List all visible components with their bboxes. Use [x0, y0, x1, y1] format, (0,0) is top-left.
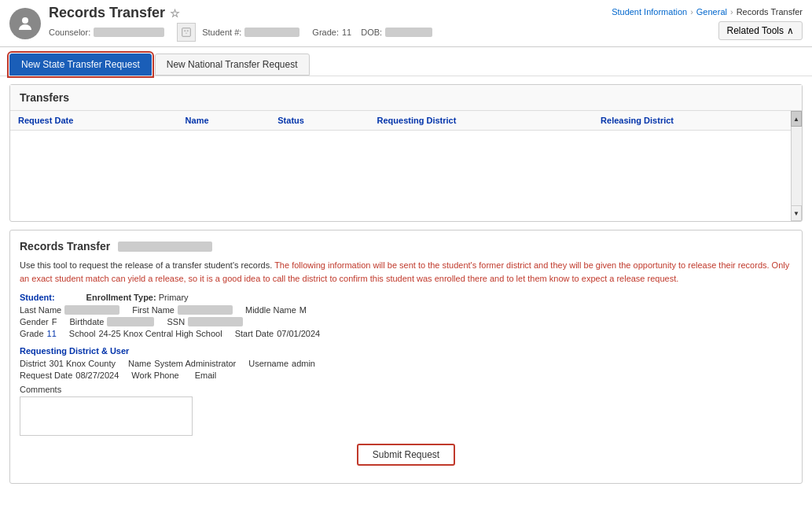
- student-row-3: Grade 11 School 24-25 Knox Central High …: [20, 329, 792, 338]
- scroll-thumb-down[interactable]: ▼: [791, 205, 802, 221]
- header-right: Student Information › General › Records …: [612, 7, 803, 40]
- student-section-header: Student: Enrollment Type: Primary: [20, 293, 792, 302]
- enrollment-type-label: Enrollment Type:: [86, 293, 156, 302]
- work-phone-field: Work Phone: [131, 371, 182, 380]
- col-request-date: Request Date: [10, 111, 178, 131]
- district-row-1: District 301 Knox County Name System Adm…: [20, 359, 792, 368]
- counselor-field: Counselor:: [49, 23, 164, 42]
- email-field: Email: [195, 371, 220, 380]
- middle-name-value: M: [299, 305, 307, 315]
- first-name-value: [178, 305, 233, 315]
- transfers-table-container: Request Date Name Status Requesting Dist…: [10, 111, 802, 221]
- grade-student-field: Grade 11: [20, 329, 57, 338]
- tab-bar: New State Transfer Request New National …: [0, 47, 812, 76]
- request-date-value: 08/27/2024: [75, 371, 119, 380]
- work-phone-label: Work Phone: [131, 371, 178, 380]
- star-icon[interactable]: ☆: [170, 7, 180, 20]
- student-section: Student: Enrollment Type: Primary Last N…: [20, 293, 792, 338]
- birthdate-label: Birthdate: [69, 317, 104, 326]
- breadcrumb-sep-1: ›: [690, 7, 693, 17]
- email-label: Email: [195, 371, 217, 380]
- dob-value: [385, 28, 432, 37]
- school-field: School 24-25 Knox Central High School: [69, 329, 222, 338]
- submit-request-button[interactable]: Submit Request: [357, 444, 455, 466]
- grade-label: Grade:: [312, 28, 339, 37]
- col-releasing-district: Releasing District: [593, 111, 802, 131]
- start-date-value: 07/01/2024: [277, 329, 320, 338]
- svg-rect-1: [182, 28, 191, 37]
- gender-label: Gender: [20, 317, 49, 326]
- col-name: Name: [178, 111, 270, 131]
- birthdate-value: [107, 317, 154, 326]
- breadcrumb: Student Information › General › Records …: [612, 7, 803, 17]
- gender-field: Gender F: [20, 317, 57, 326]
- transfers-panel: Transfers Request Date Name Status Reque…: [9, 84, 803, 222]
- student-photo: [177, 23, 196, 42]
- related-tools-button[interactable]: Related Tools ∧: [718, 21, 803, 40]
- request-date-label: Request Date: [20, 371, 72, 380]
- school-label: School: [69, 329, 96, 338]
- last-name-field: Last Name: [20, 305, 119, 315]
- description-text: Use this tool to request the release of …: [20, 259, 792, 285]
- scroll-thumb-up[interactable]: ▲: [791, 111, 802, 127]
- district-label: District: [20, 359, 46, 368]
- grade-student-value: 11: [47, 329, 57, 338]
- col-requesting-district: Requesting District: [369, 111, 593, 131]
- start-date-field: Start Date 07/01/2024: [235, 329, 321, 338]
- name-label: Name: [128, 359, 151, 368]
- student-number-value: [244, 28, 299, 37]
- tab-state-transfer[interactable]: New State Transfer Request: [9, 53, 152, 76]
- scroll-bar[interactable]: ▲ ▼: [791, 111, 802, 221]
- tab-national-transfer[interactable]: New National Transfer Request: [155, 53, 310, 76]
- breadcrumb-sep-2: ›: [730, 7, 733, 17]
- records-title-text: Records Transfer: [20, 240, 110, 253]
- grade-field: Grade: 11 DOB:: [312, 23, 432, 42]
- student-photo-item: Student #:: [177, 23, 299, 42]
- submit-section: Submit Request: [20, 444, 792, 466]
- enrollment-type-value: Primary: [159, 293, 189, 302]
- table-header-row: Request Date Name Status Requesting Dist…: [10, 111, 802, 131]
- district-section: Requesting District & User District 301 …: [20, 346, 792, 436]
- first-name-field: First Name: [132, 305, 233, 315]
- breadcrumb-general[interactable]: General: [696, 7, 727, 17]
- comments-textarea[interactable]: [20, 396, 193, 436]
- transfers-panel-header: Transfers: [10, 85, 802, 111]
- grade-student-label: Grade: [20, 329, 44, 338]
- records-panel-title: Records Transfer: [20, 240, 792, 253]
- breadcrumb-student-info[interactable]: Student Information: [612, 7, 687, 17]
- comments-section: Comments: [20, 385, 792, 436]
- title-text: Records Transfer: [49, 5, 165, 21]
- student-row-1: Last Name First Name Middle Name M: [20, 305, 792, 315]
- transfers-scroll-area[interactable]: Request Date Name Status Requesting Dist…: [10, 111, 802, 221]
- ssn-value: [188, 317, 243, 326]
- breadcrumb-current: Records Transfer: [737, 7, 803, 17]
- username-value: admin: [292, 359, 315, 368]
- gender-value: F: [52, 317, 57, 326]
- district-value: 301 Knox County: [50, 359, 116, 368]
- school-value: 24-25 Knox Central High School: [98, 329, 222, 338]
- student-row-2: Gender F Birthdate SSN: [20, 317, 792, 326]
- student-label: Student #:: [202, 28, 241, 37]
- username-field: Username admin: [248, 359, 315, 368]
- desc-part1: Use this tool to request the release of …: [20, 260, 272, 270]
- student-section-label: Student:: [20, 293, 55, 302]
- counselor-label: Counselor:: [49, 28, 90, 37]
- request-date-field: Request Date 08/27/2024: [20, 371, 119, 380]
- username-label: Username: [248, 359, 288, 368]
- name-field: Name System Administrator: [128, 359, 236, 368]
- main-content: Transfers Request Date Name Status Reque…: [0, 76, 812, 529]
- chevron-down-icon: ∧: [787, 25, 794, 36]
- start-date-label: Start Date: [235, 329, 274, 338]
- dob-label: DOB:: [361, 28, 382, 37]
- avatar: [9, 8, 41, 39]
- header-meta: Counselor: Student #: Grade: 11 DOB:: [49, 23, 612, 42]
- records-transfer-panel: Records Transfer Use this tool to reques…: [9, 230, 803, 484]
- comments-label: Comments: [20, 385, 792, 394]
- counselor-value: [94, 28, 164, 37]
- col-status: Status: [270, 111, 369, 131]
- transfers-title: Transfers: [20, 91, 69, 104]
- district-section-label: Requesting District & User: [20, 346, 792, 356]
- related-tools-label: Related Tools: [727, 25, 784, 36]
- grade-value: 11: [342, 28, 351, 37]
- first-name-label: First Name: [132, 305, 175, 315]
